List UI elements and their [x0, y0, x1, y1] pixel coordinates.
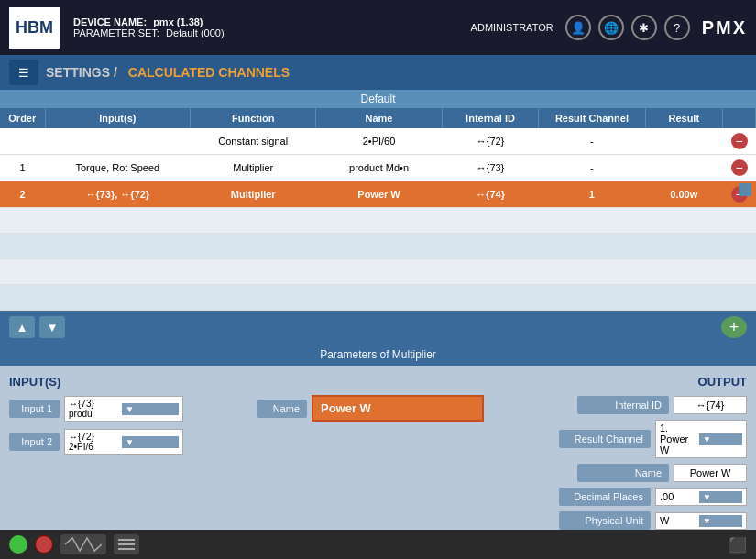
output-name-value: Power W: [674, 464, 747, 482]
cell-inputs: Torque, Rot Speed: [45, 155, 190, 181]
decimal-places-value: .00: [660, 491, 696, 502]
physical-unit-row: Physical Unit W ▼: [509, 511, 747, 530]
output-name-row: Name Power W: [509, 464, 747, 482]
physical-unit-value: W: [660, 515, 696, 526]
name-row: Name: [257, 395, 499, 422]
arrow-up-button[interactable]: ▲: [9, 316, 35, 338]
cell-result: [645, 128, 723, 155]
status-line-1: [118, 539, 135, 541]
status-red-indicator: [35, 535, 53, 554]
table-row-selected[interactable]: 2 ↔{73}, ↔{72} Multiplier Power W ↔{74} …: [0, 181, 756, 208]
cell-result-channel: -: [539, 155, 645, 181]
logo-box: HBM: [9, 7, 60, 49]
physical-unit-label: Physical Unit: [559, 511, 651, 530]
cell-inputs: ↔{73}, ↔{72}: [45, 181, 190, 208]
wave-icon: [65, 536, 102, 553]
corner-indicator[interactable]: [739, 183, 751, 196]
params-section: Parameters of Multiplier INPUT(S) Input …: [0, 344, 756, 559]
status-line-2: [118, 543, 135, 545]
nav-bar: ☰ SETTINGS / CALCULATED CHANNELS: [0, 55, 756, 90]
physical-unit-dropdown-icon: ▼: [699, 515, 743, 527]
param-set-value: Default (000): [166, 27, 225, 38]
cell-result-channel: -: [539, 128, 645, 155]
cell-name: Power W: [316, 181, 442, 208]
device-info: DEVICE NAME: pmx (1.38) PARAMETER SET: D…: [73, 16, 471, 38]
input1-dropdown-icon: ▼: [122, 403, 180, 415]
nav-settings-label: SETTINGS /: [46, 65, 117, 80]
arrow-buttons: ▲ ▼: [9, 316, 65, 338]
cell-internal-id: ↔{72}: [442, 128, 539, 155]
table-row[interactable]: Constant signal 2•PI/60 ↔{72} - −: [0, 128, 756, 155]
table-container: Default Order Input(s) Function Name Int…: [0, 90, 756, 311]
admin-label: ADMINISTRATOR: [471, 22, 553, 33]
internal-id-row: Internal ID ↔{74}: [509, 396, 747, 414]
nav-section-label: CALCULATED CHANNELS: [128, 65, 290, 80]
cell-action: −: [723, 128, 756, 155]
params-title: Parameters of Multiplier: [0, 344, 756, 366]
name-input[interactable]: [312, 395, 484, 422]
table-row[interactable]: 1 Torque, Rot Speed Multiplier product M…: [0, 155, 756, 181]
result-channel-label: Result Channel: [559, 430, 651, 448]
header: HBM DEVICE NAME: pmx (1.38) PARAMETER SE…: [0, 0, 756, 55]
output-title: OUTPUT: [509, 375, 747, 389]
physical-unit-select[interactable]: W ▼: [655, 512, 747, 530]
table-header-row: Order Input(s) Function Name Internal ID…: [0, 108, 756, 128]
cell-name: product Md•n: [316, 155, 442, 181]
name-label: Name: [257, 400, 307, 418]
cell-function: Constant signal: [191, 128, 316, 155]
input2-select[interactable]: ↔{72} 2•PI/6 ▼: [64, 429, 183, 455]
device-name-label: DEVICE NAME:: [73, 16, 147, 27]
cell-internal-id: ↔{73}: [442, 155, 539, 181]
pmx-brand: PMX: [702, 17, 747, 38]
arrow-down-button[interactable]: ▼: [39, 316, 65, 338]
input2-label: Input 2: [9, 433, 60, 451]
cell-result: [645, 155, 723, 181]
col-result: Result: [645, 108, 723, 128]
settings-icon[interactable]: ✱: [631, 15, 657, 40]
col-inputs: Input(s): [45, 108, 190, 128]
status-line-3: [118, 548, 135, 550]
col-order: Order: [0, 108, 45, 128]
table-row-empty: [0, 285, 756, 311]
cell-order: 2: [0, 181, 45, 208]
bottom-toolbar: ▲ ▼ +: [0, 311, 756, 344]
status-wave-display: [60, 534, 106, 554]
input1-row: Input 1 ↔{73} produ ▼: [9, 396, 247, 422]
remove-row-button[interactable]: −: [731, 133, 748, 149]
group-label: Default: [0, 90, 756, 108]
user-icon[interactable]: 👤: [565, 15, 591, 40]
add-channel-button[interactable]: +: [721, 316, 747, 338]
help-icon[interactable]: ?: [664, 15, 690, 40]
output-name-label: Name: [577, 464, 669, 482]
param-set-row: PARAMETER SET: Default (000): [73, 27, 471, 38]
input2-row: Input 2 ↔{72} 2•PI/6 ▼: [9, 429, 247, 455]
result-channel-select[interactable]: 1. Power W ▼: [655, 420, 747, 458]
device-name-value: pmx (1.38): [153, 16, 203, 27]
result-channel-value: 1. Power W: [660, 422, 696, 455]
cell-inputs: [45, 128, 190, 155]
cell-action: −: [723, 155, 756, 181]
inputs-title: INPUT(S): [9, 375, 247, 389]
status-icon-right: ⬛: [729, 536, 747, 554]
decimal-places-select[interactable]: .00 ▼: [655, 488, 747, 506]
globe-icon[interactable]: 🌐: [598, 15, 624, 40]
table-row-empty: [0, 234, 756, 259]
decimal-places-label: Decimal Places: [559, 488, 651, 506]
col-action: [723, 108, 756, 128]
input2-dropdown-icon: ▼: [122, 436, 180, 448]
decimal-places-dropdown-icon: ▼: [699, 491, 743, 503]
internal-id-label: Internal ID: [577, 396, 669, 414]
cell-function: Multiplier: [191, 181, 316, 208]
input1-label: Input 1: [9, 400, 60, 418]
cell-name: 2•PI/60: [316, 128, 442, 155]
menu-button[interactable]: ☰: [9, 60, 38, 85]
status-lines-icon[interactable]: [114, 534, 139, 554]
cell-result: 0.00w: [645, 181, 723, 208]
channels-table: Order Input(s) Function Name Internal ID…: [0, 108, 756, 311]
input1-select[interactable]: ↔{73} produ ▼: [64, 396, 183, 422]
col-name: Name: [316, 108, 442, 128]
col-function: Function: [191, 108, 316, 128]
input2-value: ↔{72} 2•PI/6: [69, 432, 119, 452]
status-bar: ⬛: [0, 530, 756, 559]
remove-row-button[interactable]: −: [731, 159, 748, 176]
